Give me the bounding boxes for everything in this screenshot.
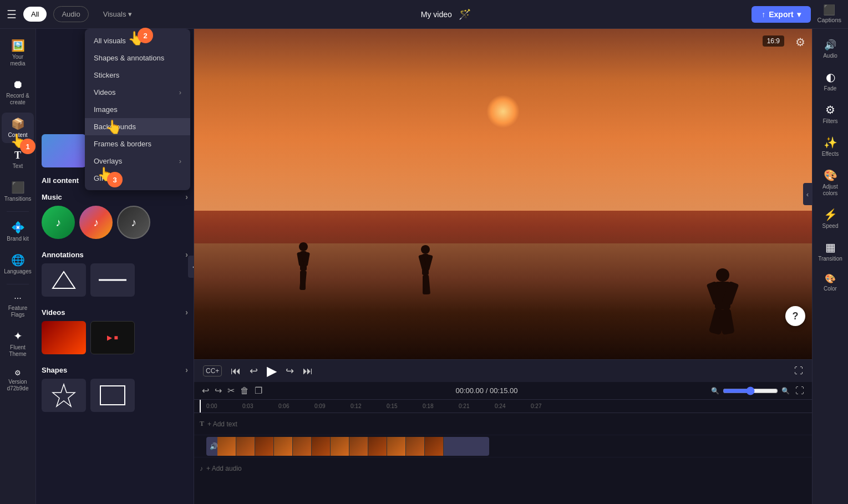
- sidebar-item-record[interactable]: ⏺ Record & create: [2, 74, 34, 110]
- ruler-mark-2: 0:06: [278, 403, 314, 409]
- video-settings-button[interactable]: ⚙: [795, 35, 805, 49]
- hamburger-button[interactable]: ☰: [7, 8, 17, 21]
- annotation-thumb-1[interactable]: [42, 263, 86, 297]
- dropdown-item-stickers[interactable]: Stickers: [85, 67, 190, 84]
- expand-timeline-button[interactable]: ⛶: [795, 386, 804, 396]
- forward-button[interactable]: ↪: [286, 365, 294, 377]
- transition-label: Transition: [818, 256, 842, 262]
- left-sidebar: 🖼️ Your media ⏺ Record & create 📦 Conten…: [0, 29, 36, 504]
- captions-button[interactable]: ⬛ Captions: [817, 4, 841, 24]
- music-thumb-3[interactable]: ♪: [117, 206, 150, 239]
- add-text-track[interactable]: T + Add text: [194, 413, 812, 435]
- svg-point-16: [716, 268, 729, 282]
- tab-visuals[interactable]: Visuals ▾: [95, 7, 140, 22]
- sidebar-item-transitions[interactable]: ⬛ Transitions: [2, 176, 34, 207]
- languages-icon: 🌐: [11, 253, 25, 267]
- sidebar-item-filters[interactable]: ⚙ Filters: [814, 99, 846, 129]
- cc-button[interactable]: CC+: [203, 365, 222, 376]
- sidebar-item-transition[interactable]: ▦ Transition: [814, 236, 846, 267]
- video-controls: CC+ ⏮ ↩ ▶ ↪ ⏭ ⛶: [194, 359, 812, 382]
- content-thumbnail[interactable]: [42, 134, 86, 167]
- sidebar-item-version: ⚙ Version d72b9de: [2, 364, 34, 396]
- add-audio-track[interactable]: ♪ + Add audio: [194, 457, 812, 480]
- filters-label: Filters: [822, 118, 837, 125]
- shape-thumb-2[interactable]: [90, 379, 135, 412]
- dropdown-item-shapes[interactable]: Shapes & annotations: [85, 49, 190, 67]
- dropdown-item-backgrounds[interactable]: Backgrounds: [85, 118, 190, 135]
- ruler-mark-5: 0:15: [387, 403, 423, 409]
- sidebar-item-speed[interactable]: ⚡ Speed: [814, 203, 846, 234]
- skip-forward-button[interactable]: ⏭: [303, 365, 313, 377]
- all-content-area: Music › ♪ ♪ ♪ Annotations ›: [36, 187, 194, 504]
- play-button[interactable]: ▶: [267, 363, 277, 379]
- timeline-playhead: [200, 400, 201, 413]
- audio-track-icon: ♪: [200, 465, 203, 472]
- delete-button[interactable]: 🗑: [240, 386, 249, 396]
- sidebar-item-your-media[interactable]: 🖼️ Your media: [2, 34, 34, 72]
- audio-sidebar-icon: 🔊: [824, 39, 836, 51]
- sidebar-item-fluent-theme[interactable]: ✦ Fluent Theme: [2, 325, 34, 362]
- dropdown-item-overlays[interactable]: Overlays ›: [85, 152, 190, 170]
- sidebar-item-label: Text: [13, 163, 23, 170]
- video-thumb-2[interactable]: ▶ ■: [90, 321, 135, 354]
- music-thumb-1[interactable]: ♪: [42, 206, 75, 239]
- skip-back-button[interactable]: ⏮: [231, 365, 241, 377]
- magic-icon[interactable]: 🪄: [459, 8, 471, 21]
- videos-title: Videos: [42, 308, 65, 317]
- music-expand-icon[interactable]: ›: [185, 192, 188, 201]
- zoom-out-icon: 🔍: [711, 387, 719, 395]
- color-sidebar-icon: 🎨: [825, 273, 836, 284]
- export-button[interactable]: ↑ Export ▾: [751, 6, 810, 23]
- panel-collapse-button[interactable]: ‹: [188, 256, 194, 278]
- main-layout: 🖼️ Your media ⏺ Record & create 📦 Conten…: [0, 29, 848, 504]
- chevron-down-icon: ▾: [128, 10, 132, 18]
- annotation-thumb-2[interactable]: [90, 263, 135, 297]
- timeline-tracks: T + Add text 🔊: [194, 413, 812, 504]
- music-thumb-2[interactable]: ♪: [79, 206, 113, 239]
- panel-collapse-right-button[interactable]: ‹: [803, 183, 812, 205]
- adjust-colors-icon: 🎨: [824, 169, 837, 182]
- videos-expand-icon[interactable]: ›: [185, 308, 188, 317]
- sidebar-item-audio[interactable]: 🔊 Audio: [814, 34, 846, 64]
- version-icon: ⚙: [14, 369, 21, 377]
- video-clip[interactable]: 🔊: [206, 437, 489, 456]
- zoom-slider[interactable]: [723, 386, 778, 395]
- help-button[interactable]: ?: [785, 306, 805, 326]
- shapes-expand-icon[interactable]: ›: [185, 365, 188, 374]
- sidebar-item-label: Your media: [4, 54, 32, 67]
- rewind-button[interactable]: ↩: [250, 365, 258, 377]
- sidebar-item-languages[interactable]: 🌐 Languages: [2, 249, 34, 279]
- sidebar-item-brand-kit[interactable]: 💠 Brand kit: [2, 216, 34, 247]
- tab-audio[interactable]: Audio: [53, 6, 88, 22]
- dropdown-item-giphy[interactable]: GIPHY: [85, 170, 190, 187]
- dropdown-item-images[interactable]: Images: [85, 101, 190, 118]
- duplicate-button[interactable]: ❐: [255, 385, 262, 396]
- ruler-mark-0: 0:00: [206, 403, 242, 409]
- cut-button[interactable]: ✂: [227, 385, 235, 396]
- sidebar-item-label: Fluent Theme: [4, 344, 32, 358]
- fullscreen-button[interactable]: ⛶: [794, 366, 803, 376]
- redo-button[interactable]: ↪: [215, 385, 222, 396]
- video-track-row: 🔊: [194, 435, 812, 457]
- filters-icon: ⚙: [825, 103, 835, 116]
- dropdown-item-videos[interactable]: Videos ›: [85, 84, 190, 101]
- video-thumb-1[interactable]: [42, 321, 86, 354]
- shape-thumb-1[interactable]: [42, 379, 86, 412]
- speed-icon: ⚡: [824, 208, 837, 221]
- sidebar-item-effects[interactable]: ✨ Effects: [814, 131, 846, 162]
- sidebar-item-label: Transitions: [4, 196, 32, 202]
- sidebar-item-fade[interactable]: ◐ Fade: [814, 66, 846, 96]
- dropdown-item-all-visuals[interactable]: All visuals: [85, 32, 190, 49]
- sidebar-item-text[interactable]: T Text: [2, 145, 34, 174]
- transition-icon: ▦: [825, 241, 836, 254]
- annotations-title: Annotations: [42, 251, 84, 259]
- sidebar-item-feature-flags[interactable]: ··· Feature Flags: [2, 289, 34, 323]
- sidebar-item-adjust-colors[interactable]: 🎨 Adjust colors: [814, 164, 846, 201]
- sidebar-item-content[interactable]: 📦 Content: [2, 113, 34, 143]
- dropdown-item-frames[interactable]: Frames & borders: [85, 135, 190, 152]
- tab-all[interactable]: All: [23, 7, 47, 22]
- annotations-section-header: Annotations ›: [42, 245, 188, 263]
- undo-button[interactable]: ↩: [202, 385, 209, 396]
- chevron-right-icon-2: ›: [179, 157, 181, 165]
- sidebar-item-color[interactable]: 🎨 Color: [814, 269, 846, 297]
